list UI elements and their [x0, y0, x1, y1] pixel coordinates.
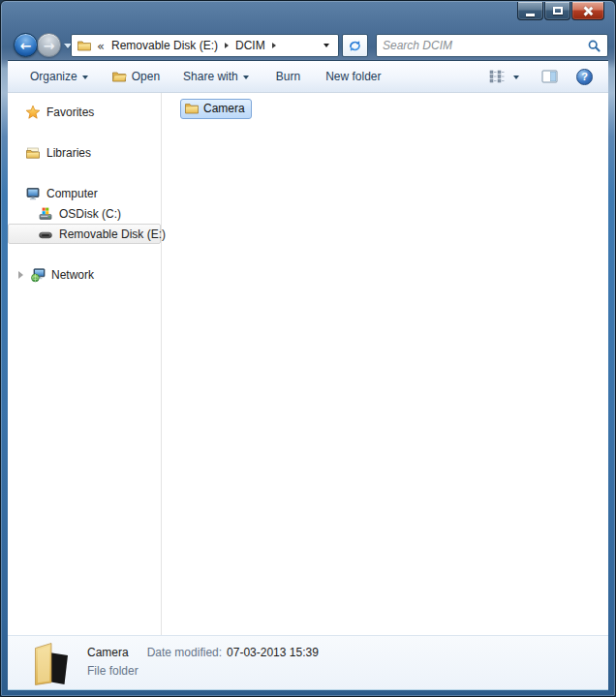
address-bar[interactable]: « Removable Disk (E:) DCIM — [71, 34, 339, 57]
search-icon[interactable] — [587, 39, 601, 53]
maximize-button[interactable] — [544, 2, 570, 20]
refresh-icon — [348, 39, 362, 53]
share-with-label: Share with — [183, 70, 238, 83]
sidebar-item-removable-disk-e[interactable]: Removable Disk (E:) — [8, 224, 161, 244]
open-folder-icon — [111, 69, 127, 84]
details-date-label: Date modified: — [147, 646, 222, 659]
open-button[interactable]: Open — [108, 66, 164, 87]
removable-disk-icon — [38, 227, 53, 242]
sidebar-item-label: Computer — [46, 187, 98, 200]
computer-icon — [25, 186, 41, 201]
share-with-button[interactable]: Share with — [179, 67, 253, 86]
back-arrow-icon: ← — [20, 39, 32, 52]
back-button[interactable]: ← — [14, 33, 38, 57]
preview-pane-icon — [541, 70, 558, 83]
preview-pane-button[interactable] — [538, 67, 562, 86]
maximize-icon — [553, 7, 563, 15]
sidebar-item-label: Libraries — [46, 146, 91, 160]
sidebar-item-computer[interactable]: Computer — [8, 183, 161, 203]
window-controls — [517, 2, 604, 20]
minimize-button[interactable] — [517, 2, 543, 20]
organize-label: Organize — [30, 70, 77, 83]
search-box — [376, 34, 608, 57]
forward-button[interactable]: → — [37, 33, 61, 57]
selected-folder-icon — [29, 641, 71, 685]
command-bar: Organize Open Share with Burn — [8, 61, 608, 93]
close-icon — [583, 6, 594, 16]
expander-icon[interactable] — [18, 271, 23, 279]
sidebar-item-libraries[interactable]: Libraries — [8, 142, 161, 163]
change-view-button[interactable] — [485, 67, 523, 86]
sidebar-spacer — [8, 163, 161, 183]
sidebar-spacer — [8, 244, 161, 264]
sidebar-spacer — [8, 122, 161, 142]
refresh-button[interactable] — [342, 34, 368, 57]
sidebar-item-osdisk-c[interactable]: OSDisk (C:) — [8, 203, 161, 224]
open-label: Open — [132, 70, 160, 83]
details-text: Camera Date modified: 07-03-2013 15:39 F… — [87, 646, 319, 678]
explorer-window: ← → « Removable Disk (E:) DCIM — [0, 0, 616, 697]
address-dropdown-icon[interactable] — [323, 44, 329, 47]
new-folder-button[interactable]: New folder — [322, 67, 385, 86]
minimize-icon — [526, 14, 535, 16]
sidebar-item-label: Network — [51, 268, 94, 282]
sidebar-item-label: Favorites — [46, 106, 94, 119]
explorer-body: Favorites Libraries — [8, 93, 608, 635]
breadcrumb-segment-dcim[interactable]: DCIM — [233, 38, 267, 53]
star-icon — [25, 105, 41, 120]
file-item-label: Camera — [203, 102, 245, 115]
help-button[interactable]: ? — [576, 69, 593, 85]
toolbar-right-group: ? — [485, 67, 593, 86]
window-content: Organize Open Share with Burn — [8, 61, 608, 689]
burn-label: Burn — [276, 70, 300, 83]
breadcrumb-collapsed[interactable]: « — [97, 39, 105, 53]
details-name: Camera — [87, 646, 129, 659]
navigation-pane: Favorites Libraries — [8, 93, 162, 635]
new-folder-label: New folder — [325, 70, 381, 83]
forward-arrow-icon: → — [44, 39, 55, 52]
address-folder-icon — [77, 38, 92, 53]
os-disk-icon — [38, 206, 53, 222]
search-input[interactable] — [383, 39, 587, 52]
views-icon — [489, 70, 505, 83]
sidebar-item-label: OSDisk (C:) — [59, 207, 121, 221]
sidebar-item-favorites[interactable]: Favorites — [8, 102, 161, 122]
file-item-camera[interactable]: Camera — [180, 99, 252, 119]
burn-button[interactable]: Burn — [272, 67, 304, 86]
file-list[interactable]: Camera — [162, 93, 608, 635]
details-pane: Camera Date modified: 07-03-2013 15:39 F… — [8, 635, 608, 689]
chevron-down-icon — [513, 76, 519, 79]
sidebar-item-label: Removable Disk (E:) — [59, 227, 166, 241]
breadcrumb-segment-drive[interactable]: Removable Disk (E:) — [109, 38, 220, 53]
folder-icon — [184, 101, 200, 116]
chevron-down-icon — [243, 76, 249, 79]
details-type: File folder — [87, 664, 319, 678]
close-button[interactable] — [571, 2, 604, 20]
breadcrumb-separator-icon[interactable] — [272, 43, 276, 48]
libraries-icon — [25, 145, 41, 161]
chevron-down-icon — [82, 76, 88, 79]
sidebar-item-network[interactable]: Network — [8, 264, 161, 285]
details-date-value: 07-03-2013 15:39 — [227, 646, 319, 659]
breadcrumb-separator-icon[interactable] — [225, 43, 229, 48]
organize-button[interactable]: Organize — [26, 67, 92, 86]
network-icon — [30, 267, 46, 283]
question-mark-icon: ? — [581, 71, 588, 82]
